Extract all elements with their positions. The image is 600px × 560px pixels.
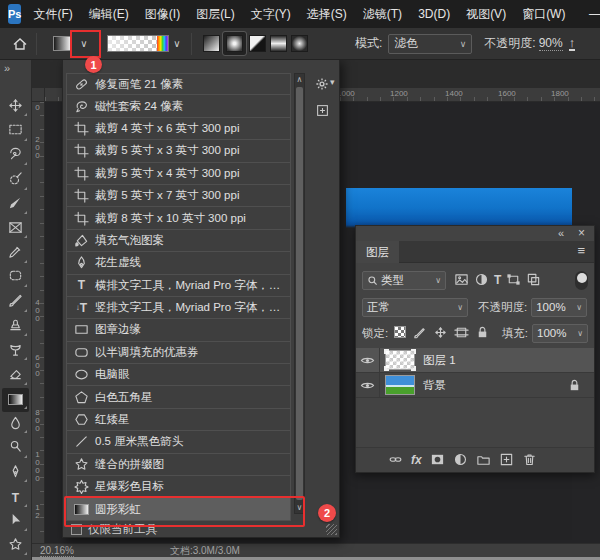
layer-name[interactable]: 背景: [423, 378, 446, 393]
angle-gradient-button[interactable]: [248, 34, 267, 53]
crop-tool[interactable]: [2, 193, 29, 217]
gradient-tool[interactable]: [2, 388, 29, 412]
fx-icon[interactable]: fx: [411, 453, 422, 467]
preset-item-2[interactable]: 裁剪 4 英寸 x 6 英寸 300 ppi: [66, 118, 291, 140]
clone-stamp-tool[interactable]: [2, 315, 29, 339]
type-tool[interactable]: T: [2, 485, 29, 509]
lock-transparent-icon[interactable]: [394, 326, 406, 340]
group-icon[interactable]: [476, 452, 491, 469]
history-brush-tool[interactable]: [2, 339, 29, 363]
collapse-panels-icon[interactable]: «: [558, 226, 564, 241]
menu-item-4[interactable]: 文字(Y): [251, 6, 291, 23]
lock-paint-icon[interactable]: [412, 325, 427, 342]
menu-item-7[interactable]: 3D(D): [418, 7, 450, 21]
menu-item-0[interactable]: 文件(F): [33, 6, 72, 23]
preset-item-12[interactable]: 以半调填充的优惠券: [66, 342, 291, 364]
scroll-up-icon[interactable]: ∧: [295, 74, 304, 85]
layer-row-0[interactable]: 图层 1: [356, 348, 594, 373]
preset-item-11[interactable]: 图章边缘: [66, 319, 291, 341]
close-panel-icon[interactable]: ×: [578, 226, 585, 241]
radial-gradient-button[interactable]: [223, 32, 246, 55]
blend-mode-select[interactable]: 滤色 ∨: [388, 34, 472, 54]
preset-item-14[interactable]: 白色五角星: [66, 386, 291, 408]
panel-menu-icon[interactable]: ≡: [577, 243, 585, 258]
home-icon[interactable]: [10, 36, 30, 52]
quick-selection-tool[interactable]: [2, 168, 29, 192]
eye-icon[interactable]: [356, 348, 380, 372]
delete-icon[interactable]: [522, 452, 537, 469]
menu-item-2[interactable]: 图像(I): [145, 6, 180, 23]
preset-item-3[interactable]: 裁剪 5 英寸 x 3 英寸 300 ppi: [66, 140, 291, 162]
lasso-tool[interactable]: [2, 144, 29, 168]
preset-item-7[interactable]: 填充气泡图案: [66, 230, 291, 252]
brush-tool[interactable]: [2, 290, 29, 314]
preset-item-9[interactable]: T横排文字工具，Myriad Pro 字体，…: [66, 275, 291, 297]
menu-item-8[interactable]: 视图(V): [466, 6, 506, 23]
gradient-preview[interactable]: [107, 35, 169, 52]
custom-shape-tool[interactable]: [2, 534, 29, 558]
preset-item-5[interactable]: 裁剪 5 英寸 x 7 英寸 300 ppi: [66, 185, 291, 207]
link-icon[interactable]: [388, 452, 403, 469]
layer-fill-select[interactable]: 100% ∨: [532, 324, 588, 343]
healing-patch-tool[interactable]: [2, 266, 29, 290]
menu-item-3[interactable]: 图层(L): [196, 6, 235, 23]
menu-item-1[interactable]: 编辑(E): [89, 6, 129, 23]
adjustment-icon[interactable]: [453, 452, 468, 469]
preset-settings[interactable]: ▾: [315, 77, 335, 91]
layer-thumbnail[interactable]: [385, 375, 415, 395]
filter-type-select[interactable]: 类型 ∨: [362, 271, 446, 290]
diamond-gradient-button[interactable]: [290, 34, 309, 53]
type-filter-icon[interactable]: T: [494, 274, 501, 287]
adjustment-filter-icon[interactable]: [474, 272, 489, 289]
menu-item-9[interactable]: 窗口(W): [522, 6, 565, 23]
preset-item-8[interactable]: 花生虚线: [66, 252, 291, 274]
image-filter-icon[interactable]: [454, 272, 469, 289]
preset-item-10[interactable]: ↓T竖排文字工具，Myriad Pro 字体，…: [66, 297, 291, 319]
frame-tool[interactable]: [2, 217, 29, 241]
preset-item-15[interactable]: 红矮星: [66, 409, 291, 431]
lock-artboard-icon[interactable]: [454, 325, 469, 342]
zoom-level[interactable]: 20.16%: [40, 545, 74, 557]
eraser-tool[interactable]: [2, 363, 29, 387]
rectangular-marquee-tool[interactable]: [2, 119, 29, 143]
shape-filter-icon[interactable]: [506, 272, 521, 289]
preset-item-1[interactable]: 磁性套索 24 像素: [66, 95, 291, 117]
minimize-button[interactable]: —: [581, 0, 600, 28]
layer-thumbnail[interactable]: [385, 350, 415, 370]
layer-row-1[interactable]: 背景: [356, 373, 594, 398]
mask-icon[interactable]: [430, 452, 445, 469]
reflected-gradient-button[interactable]: [269, 34, 288, 53]
menu-item-6[interactable]: 滤镜(T): [363, 6, 402, 23]
resize-grip[interactable]: [326, 524, 337, 535]
lock-move-icon[interactable]: [433, 325, 448, 342]
layer-blend-mode-select[interactable]: 正常 ∨: [362, 298, 468, 317]
eyedropper-tool[interactable]: [2, 241, 29, 265]
blur-tool[interactable]: [2, 412, 29, 436]
lock-all-icon[interactable]: [475, 325, 490, 342]
move-tool[interactable]: [2, 95, 29, 119]
collapse-panel-button[interactable]: »: [4, 62, 9, 74]
path-selection-tool[interactable]: [2, 510, 29, 534]
tab-layers[interactable]: 图层: [356, 241, 399, 263]
preset-scrollbar[interactable]: ∧ ∨: [294, 73, 305, 514]
preset-item-6[interactable]: 裁剪 8 英寸 x 10 英寸 300 ppi: [66, 207, 291, 229]
new-layer-icon[interactable]: [499, 452, 514, 469]
layer-opacity-select[interactable]: 100% ∨: [531, 298, 587, 317]
layer-name[interactable]: 图层 1: [423, 353, 456, 368]
new-preset-button[interactable]: [316, 103, 329, 121]
opacity-value[interactable]: 90%: [539, 36, 563, 51]
preset-item-13[interactable]: 电脑眼: [66, 364, 291, 386]
dodge-tool[interactable]: [2, 436, 29, 460]
scrollbar-thumb[interactable]: [296, 87, 303, 500]
linear-gradient-button[interactable]: [202, 34, 221, 53]
preset-item-4[interactable]: 裁剪 5 英寸 x 4 英寸 300 ppi: [66, 163, 291, 185]
pen-tool[interactable]: [2, 461, 29, 485]
smart-object-filter-icon[interactable]: [526, 272, 541, 289]
preset-item-0[interactable]: 修复画笔 21 像素: [66, 73, 291, 95]
menu-item-5[interactable]: 选择(S): [307, 6, 347, 23]
preset-item-17[interactable]: 缝合的拼缀图: [66, 454, 291, 476]
opacity-scrubber-icon[interactable]: ↑: [569, 36, 576, 51]
filter-toggle[interactable]: [575, 271, 588, 290]
tool-preset-thumbnail[interactable]: [53, 36, 71, 51]
eye-icon[interactable]: [356, 373, 380, 397]
